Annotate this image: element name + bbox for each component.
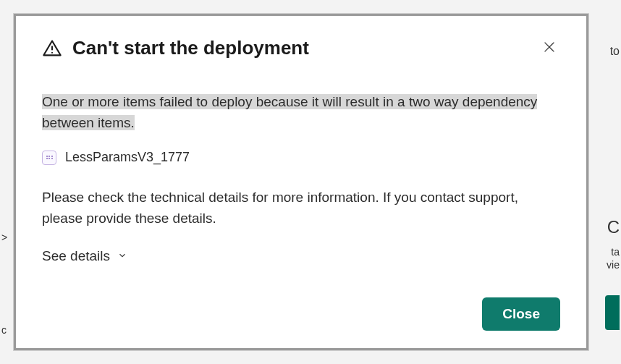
see-details-label: See details (42, 248, 110, 264)
svg-point-1 (51, 51, 53, 53)
failed-item-row: LessParamsV3_1777 (42, 148, 560, 167)
chevron-down-icon (117, 248, 127, 264)
warning-icon (42, 38, 62, 59)
guidance-text: Please check the technical details for m… (42, 187, 560, 229)
close-button[interactable]: Close (482, 297, 560, 331)
close-icon-button[interactable] (538, 36, 560, 60)
bg-text: c (1, 324, 7, 336)
failed-item-name: LessParamsV3_1777 (65, 148, 190, 167)
close-icon (541, 39, 557, 57)
bg-text: ta (611, 246, 620, 258)
error-dialog: Can't start the deployment One or more i… (14, 14, 588, 350)
dialog-header: Can't start the deployment (42, 36, 560, 60)
error-message: One or more items failed to deploy becau… (42, 92, 560, 133)
bg-text: C (607, 217, 620, 237)
see-details-toggle[interactable]: See details (42, 248, 127, 264)
dialog-title-wrap: Can't start the deployment (42, 37, 309, 59)
dialog-body: One or more items failed to deploy becau… (42, 92, 560, 289)
dialog-footer: Close (42, 297, 560, 331)
dialog-title: Can't start the deployment (72, 37, 309, 59)
error-message-text: One or more items failed to deploy becau… (42, 94, 537, 130)
bg-text: > (1, 232, 7, 243)
dataset-icon (42, 151, 56, 165)
bg-text: to (610, 45, 620, 58)
bg-button-fragment (605, 295, 620, 330)
bg-text: vie (607, 259, 620, 271)
